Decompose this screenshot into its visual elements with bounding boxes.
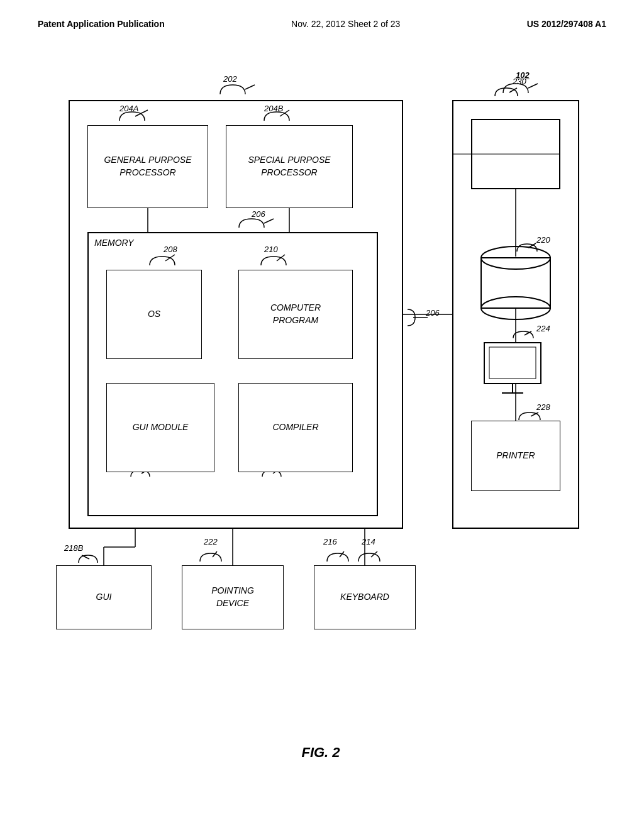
ref-202: 202 [223, 74, 237, 84]
svg-line-36 [277, 255, 285, 261]
ref-228: 228 [536, 402, 550, 412]
svg-rect-14 [481, 258, 550, 308]
svg-rect-16 [484, 343, 541, 384]
gui-module-label: GUI MODULE [133, 421, 189, 434]
figure-label: FIG. 2 [301, 744, 340, 761]
general-purpose-processor-box: GENERAL PURPOSEPROCESSOR [88, 126, 208, 208]
header-left: Patent Application Publication [38, 19, 165, 29]
page-header: Patent Application Publication Nov. 22, … [0, 0, 644, 35]
os-label: OS [148, 308, 160, 321]
gui-external-label: GUI [96, 591, 112, 604]
svg-point-15 [481, 297, 550, 319]
gui-module-box: GUI MODULE [107, 384, 214, 472]
ref-214: 214 [362, 537, 375, 546]
computer-program-box: COMPUTERPROGRAM [239, 270, 352, 358]
ref-204a: 204A [119, 104, 138, 113]
svg-line-40 [213, 551, 217, 557]
svg-line-43 [509, 88, 517, 92]
pointing-device-box: POINTINGDEVICE [182, 566, 283, 629]
os-box: OS [107, 270, 201, 358]
compiler-label: COMPILER [272, 421, 318, 434]
general-purpose-processor-label: GENERAL PURPOSEPROCESSOR [104, 154, 191, 179]
svg-line-29 [245, 85, 255, 89]
ref-220: 220 [536, 235, 550, 245]
svg-point-13 [481, 246, 550, 269]
special-purpose-processor-label: SPECIAL PURPOSEPROCESSOR [248, 154, 330, 179]
memory-label: MEMORY [94, 238, 133, 248]
svg-line-41 [340, 551, 344, 557]
printer-box: PRINTER [472, 421, 560, 490]
svg-line-31 [264, 219, 274, 223]
gui-external-box: GUI [57, 566, 151, 629]
header-center: Nov. 22, 2012 Sheet 2 of 23 [291, 19, 400, 29]
compiler-box: COMPILER [239, 384, 352, 472]
diagram-area: 202 102 204A 204B GENERAL PURPOSEPROCESS… [38, 57, 604, 780]
svg-line-30 [528, 84, 538, 88]
header-right: US 2012/297408 A1 [527, 19, 606, 29]
pointing-device-label: POINTINGDEVICE [211, 585, 254, 609]
svg-rect-11 [472, 119, 560, 189]
keyboard-box: KEYBOARD [314, 566, 415, 629]
ref-206-memory: 206 [252, 209, 265, 219]
printer-label: PRINTER [496, 450, 535, 462]
svg-line-39 [82, 555, 89, 559]
keyboard-label: KEYBOARD [340, 591, 389, 604]
ref-210: 210 [264, 245, 278, 254]
svg-line-44 [528, 243, 536, 248]
computer-program-label: COMPUTERPROGRAM [270, 302, 321, 326]
svg-line-45 [525, 331, 531, 335]
svg-line-42 [371, 551, 377, 557]
svg-rect-19 [489, 347, 536, 379]
ref-218b: 218B [64, 543, 83, 553]
ref-206b: 206 [426, 308, 440, 318]
ref-208: 208 [164, 245, 177, 254]
ref-204b: 204B [264, 104, 283, 113]
svg-line-46 [531, 412, 538, 416]
svg-line-35 [165, 255, 175, 261]
ref-230: 230 [513, 77, 526, 86]
ref-216: 216 [323, 537, 337, 546]
special-purpose-processor-box: SPECIAL PURPOSEPROCESSOR [226, 126, 352, 208]
ref-224: 224 [536, 324, 550, 333]
ref-222: 222 [204, 537, 218, 546]
